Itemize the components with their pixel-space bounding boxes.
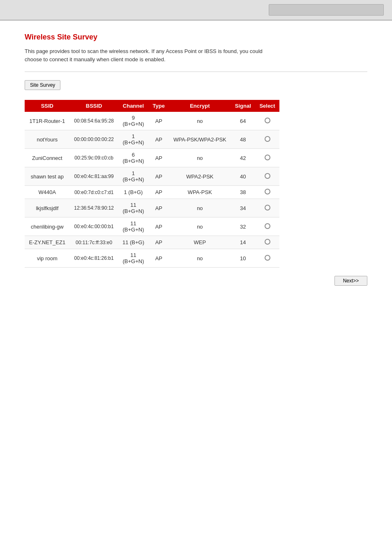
cell-encrypt: WPA-PSK/WPA2-PSK: [169, 130, 231, 149]
divider: [25, 72, 367, 72]
select-radio[interactable]: [265, 173, 270, 179]
top-bar: [0, 0, 392, 21]
cell-signal: 64: [231, 112, 256, 130]
cell-type: AP: [148, 217, 169, 236]
cell-channel: 1 (B+G+N): [118, 130, 149, 149]
cell-bssid: 00:11:7c:ff:33:e0: [70, 236, 118, 249]
col-select: Select: [255, 100, 279, 112]
cell-ssid: lkjslfksjdlf: [25, 199, 70, 217]
top-bar-widget: [269, 4, 384, 16]
select-radio[interactable]: [265, 205, 270, 210]
cell-bssid: 00:08:54:6a:95:28: [70, 112, 118, 130]
site-survey-button[interactable]: Site Survey: [25, 80, 60, 90]
cell-ssid: notYours: [25, 130, 70, 149]
page-description: This page provides tool to scan the wire…: [25, 47, 271, 63]
select-radio[interactable]: [265, 155, 270, 160]
cell-select[interactable]: [255, 167, 279, 186]
col-ssid: SSID: [25, 100, 70, 112]
cell-signal: 32: [231, 217, 256, 236]
cell-select[interactable]: [255, 236, 279, 249]
cell-select[interactable]: [255, 249, 279, 268]
cell-bssid: 12:36:54:78:90:12: [70, 199, 118, 217]
results-table-container: SSID BSSID Channel Type Encrypt Signal S…: [25, 100, 288, 268]
table-row: notYours 00:00:00:00:00:22 1 (B+G+N) AP …: [25, 130, 279, 149]
table-row: shawn test ap 00:e0:4c:81:aa:99 1 (B+G+N…: [25, 167, 279, 186]
select-radio[interactable]: [265, 136, 270, 142]
wireless-survey-table: SSID BSSID Channel Type Encrypt Signal S…: [25, 100, 279, 268]
cell-type: AP: [148, 167, 169, 186]
table-row: E-ZY.NET_EZ1 00:11:7c:ff:33:e0 11 (B+G) …: [25, 236, 279, 249]
table-row: vip room 00:e0:4c:81:26:b1 11 (B+G+N) AP…: [25, 249, 279, 268]
cell-ssid: shawn test ap: [25, 167, 70, 186]
cell-ssid: ZuniConnect: [25, 149, 70, 167]
cell-ssid: vip room: [25, 249, 70, 268]
cell-encrypt: no: [169, 249, 231, 268]
table-row: 1T1R-Router-1 00:08:54:6a:95:28 9 (B+G+N…: [25, 112, 279, 130]
cell-encrypt: WEP: [169, 236, 231, 249]
cell-ssid: E-ZY.NET_EZ1: [25, 236, 70, 249]
col-encrypt: Encrypt: [169, 100, 231, 112]
select-radio[interactable]: [265, 255, 270, 261]
main-content: Wireless Site Survey This page provides …: [0, 21, 392, 298]
cell-encrypt: no: [169, 149, 231, 167]
table-row: W440A 00:e0:7d:c0:c7:d1 1 (B+G) AP WPA-P…: [25, 186, 279, 199]
cell-signal: 10: [231, 249, 256, 268]
select-radio[interactable]: [265, 239, 270, 245]
table-body: 1T1R-Router-1 00:08:54:6a:95:28 9 (B+G+N…: [25, 112, 279, 268]
cell-type: AP: [148, 199, 169, 217]
cell-type: AP: [148, 130, 169, 149]
col-type: Type: [148, 100, 169, 112]
cell-encrypt: WPA2-PSK: [169, 167, 231, 186]
cell-signal: 42: [231, 149, 256, 167]
next-button[interactable]: Next>>: [334, 276, 367, 286]
table-header: SSID BSSID Channel Type Encrypt Signal S…: [25, 100, 279, 112]
select-radio[interactable]: [265, 189, 270, 194]
table-row: lkjslfksjdlf 12:36:54:78:90:12 11 (B+G+N…: [25, 199, 279, 217]
col-bssid: BSSID: [70, 100, 118, 112]
cell-channel: 1 (B+G): [118, 186, 149, 199]
page-title: Wireless Site Survey: [25, 33, 367, 42]
cell-select[interactable]: [255, 186, 279, 199]
cell-type: AP: [148, 249, 169, 268]
cell-select[interactable]: [255, 130, 279, 149]
cell-channel: 11 (B+G): [118, 236, 149, 249]
cell-channel: 9 (B+G+N): [118, 112, 149, 130]
table-row: ZuniConnect 00:25:9c:09:c0:cb 6 (B+G+N) …: [25, 149, 279, 167]
cell-channel: 11 (B+G+N): [118, 199, 149, 217]
cell-signal: 34: [231, 199, 256, 217]
cell-type: AP: [148, 112, 169, 130]
cell-bssid: 00:e0:7d:c0:c7:d1: [70, 186, 118, 199]
cell-select[interactable]: [255, 199, 279, 217]
cell-ssid: 1T1R-Router-1: [25, 112, 70, 130]
table-row: chenlibing-gw 00:e0:4c:00:00:b1 11 (B+G+…: [25, 217, 279, 236]
cell-ssid: chenlibing-gw: [25, 217, 70, 236]
cell-channel: 1 (B+G+N): [118, 167, 149, 186]
cell-channel: 6 (B+G+N): [118, 149, 149, 167]
cell-type: AP: [148, 236, 169, 249]
col-signal: Signal: [231, 100, 256, 112]
cell-signal: 40: [231, 167, 256, 186]
cell-encrypt: no: [169, 112, 231, 130]
select-radio[interactable]: [265, 118, 270, 123]
header-row: SSID BSSID Channel Type Encrypt Signal S…: [25, 100, 279, 112]
cell-bssid: 00:25:9c:09:c0:cb: [70, 149, 118, 167]
cell-signal: 14: [231, 236, 256, 249]
cell-signal: 38: [231, 186, 256, 199]
cell-bssid: 00:00:00:00:00:22: [70, 130, 118, 149]
cell-encrypt: WPA-PSK: [169, 186, 231, 199]
cell-bssid: 00:e0:4c:81:26:b1: [70, 249, 118, 268]
cell-channel: 11 (B+G+N): [118, 217, 149, 236]
cell-channel: 11 (B+G+N): [118, 249, 149, 268]
cell-signal: 48: [231, 130, 256, 149]
cell-bssid: 00:e0:4c:00:00:b1: [70, 217, 118, 236]
cell-type: AP: [148, 186, 169, 199]
cell-select[interactable]: [255, 217, 279, 236]
select-radio[interactable]: [265, 223, 270, 229]
cell-type: AP: [148, 149, 169, 167]
col-channel: Channel: [118, 100, 149, 112]
cell-encrypt: no: [169, 199, 231, 217]
cell-bssid: 00:e0:4c:81:aa:99: [70, 167, 118, 186]
cell-select[interactable]: [255, 149, 279, 167]
cell-ssid: W440A: [25, 186, 70, 199]
cell-select[interactable]: [255, 112, 279, 130]
